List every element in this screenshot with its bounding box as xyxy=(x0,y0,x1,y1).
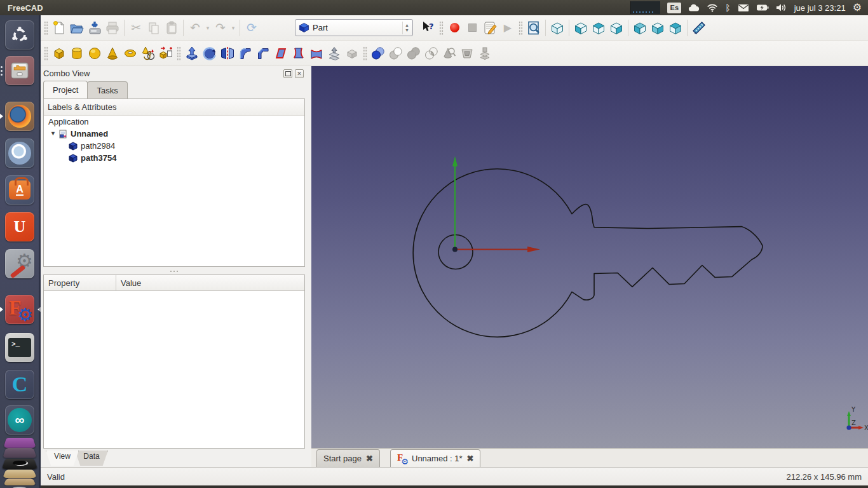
part-fillet-button[interactable] xyxy=(236,44,254,62)
save-document-button[interactable] xyxy=(86,19,104,37)
part-loft-icon xyxy=(309,46,324,61)
value-column-header[interactable]: Value xyxy=(116,275,304,290)
view-left-button[interactable] xyxy=(667,19,684,37)
view-axonometric-icon xyxy=(550,20,565,36)
part-cylinder-button[interactable] xyxy=(68,44,86,62)
battery-icon[interactable] xyxy=(756,4,769,11)
expander-icon[interactable]: ▼ xyxy=(50,131,56,137)
macro-edit-button[interactable] xyxy=(481,19,499,37)
launcher-software-center[interactable]: A xyxy=(5,175,34,205)
software-bag-icon: A xyxy=(9,180,31,200)
part-loft-button[interactable] xyxy=(308,44,325,62)
workbench-spinner[interactable]: ▲▼ xyxy=(402,22,411,34)
toolbar-grip[interactable] xyxy=(177,46,181,60)
volume-icon[interactable] xyxy=(776,3,787,12)
panel-float-button[interactable] xyxy=(283,69,292,78)
fit-all-button[interactable] xyxy=(525,19,543,37)
redo-icon: ↷ xyxy=(215,22,226,34)
tab-unnamed-document[interactable]: F⚙ Unnamed : 1* ✖ xyxy=(390,449,480,467)
toolbar-separator xyxy=(628,20,628,36)
measure-distance-button[interactable] xyxy=(690,19,708,37)
part-make-face-button[interactable] xyxy=(272,44,290,62)
clock[interactable]: jue jul 3 23:21 xyxy=(794,3,846,13)
workbench-selected-value: Part xyxy=(313,23,402,32)
property-column-header[interactable]: Property xyxy=(44,275,116,290)
bluetooth-icon[interactable]: ᛒ xyxy=(725,3,730,12)
view-right-button[interactable] xyxy=(607,19,625,37)
part-cut-icon xyxy=(388,46,403,61)
toolbar-grip[interactable] xyxy=(439,21,444,35)
macro-record-button[interactable] xyxy=(445,19,463,37)
part-cross-sections-button xyxy=(458,44,476,62)
whats-this-button[interactable]: ? xyxy=(419,19,437,37)
view-axonometric-button[interactable] xyxy=(548,19,566,37)
tab-view[interactable]: View xyxy=(46,451,79,466)
tab-project[interactable]: Project xyxy=(43,81,88,98)
view-top-button[interactable] xyxy=(590,19,607,37)
part-boolean-button[interactable] xyxy=(369,44,387,62)
toolbar-grip[interactable] xyxy=(44,46,48,60)
launcher-c-app[interactable]: C xyxy=(5,370,34,399)
keyboard-layout-indicator[interactable]: Es xyxy=(667,3,681,13)
part-sweep-button[interactable] xyxy=(325,44,343,62)
new-document-button[interactable] xyxy=(50,19,68,37)
part-chamfer-button[interactable] xyxy=(254,44,272,62)
tree-item-path3754[interactable]: path3754 xyxy=(44,152,304,164)
origin-point[interactable] xyxy=(452,247,458,252)
toolbar-grip[interactable] xyxy=(519,21,523,35)
launcher-firefox[interactable] xyxy=(5,102,34,131)
tab-data[interactable]: Data xyxy=(75,451,108,466)
mail-icon[interactable] xyxy=(738,4,749,12)
toolbar-grip[interactable] xyxy=(363,46,367,60)
part-primitives-button[interactable] xyxy=(139,44,157,62)
cloud-icon[interactable] xyxy=(688,3,700,12)
part-cone-button[interactable] xyxy=(104,44,121,62)
part-union-button xyxy=(405,44,423,62)
dock-splitter-handle[interactable] xyxy=(43,268,305,274)
part-extrude-button[interactable] xyxy=(183,44,201,62)
part-shape-builder-icon xyxy=(158,46,173,61)
launcher-dash-home[interactable] xyxy=(5,20,34,50)
session-gear-icon[interactable]: ⚙ xyxy=(853,3,862,13)
part-compound-button xyxy=(476,44,494,62)
launcher-arduino[interactable]: ∞ xyxy=(5,405,34,435)
part-torus-button[interactable] xyxy=(121,44,139,62)
launcher-chromium[interactable] xyxy=(5,139,34,168)
launcher-terminal[interactable]: >_ xyxy=(5,333,34,362)
part-mirror-button[interactable] xyxy=(219,44,236,62)
close-icon[interactable]: ✖ xyxy=(366,454,373,463)
play-icon: ▶ xyxy=(504,23,512,33)
launcher-files[interactable] xyxy=(5,56,34,85)
part-box-button[interactable] xyxy=(50,44,68,62)
part-sphere-button[interactable] xyxy=(86,44,104,62)
stop-icon xyxy=(468,24,477,32)
launcher-system-settings[interactable]: ⚙ xyxy=(5,249,34,278)
launcher-ubuntu-one[interactable]: U xyxy=(5,212,34,241)
terminal-preview-tray-icon[interactable] xyxy=(630,1,660,14)
part-ruled-surface-button[interactable] xyxy=(290,44,308,62)
workbench-selector[interactable]: Part ▲▼ xyxy=(295,19,413,36)
launcher-freecad[interactable]: F ⚙ xyxy=(5,295,34,324)
tab-tasks[interactable]: Tasks xyxy=(87,81,127,98)
view-bottom-button[interactable] xyxy=(649,19,667,37)
view-front-button[interactable] xyxy=(572,19,590,37)
file-cabinet-icon xyxy=(9,60,31,81)
close-icon[interactable]: ✖ xyxy=(467,454,474,463)
tree-item-document[interactable]: ▼ Unnamed xyxy=(44,128,304,140)
cut-icon: ✂ xyxy=(131,22,141,34)
wifi-icon[interactable] xyxy=(707,3,718,12)
tree-item-path2984[interactable]: path2984 xyxy=(44,140,304,152)
mdi-tab-bar: Start page ✖ F⚙ Unnamed : 1* ✖ xyxy=(311,448,868,468)
part-revolve-button[interactable] xyxy=(201,44,219,62)
3d-viewport[interactable]: Y X Z xyxy=(311,66,868,449)
tree-item-application[interactable]: Application xyxy=(44,116,304,128)
toolbar-grip[interactable] xyxy=(44,21,48,35)
open-document-button[interactable] xyxy=(68,19,86,37)
part-shape-builder-button[interactable] xyxy=(157,44,175,62)
view-rear-button[interactable] xyxy=(631,19,649,37)
undo-icon: ↶ xyxy=(190,22,200,34)
tab-start-page[interactable]: Start page ✖ xyxy=(316,449,380,467)
launcher-stacked-apps[interactable] xyxy=(4,436,36,488)
key-outline-shape[interactable] xyxy=(413,169,763,337)
panel-close-button[interactable]: ✕ xyxy=(295,69,304,78)
